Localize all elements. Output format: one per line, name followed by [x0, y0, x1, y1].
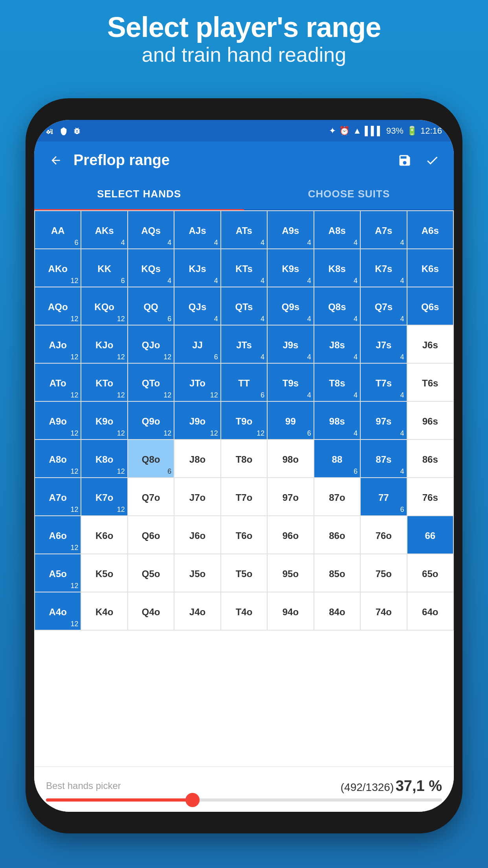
- hand-cell[interactable]: A9s4: [268, 211, 313, 248]
- hand-cell[interactable]: 776: [361, 478, 406, 515]
- hand-cell[interactable]: T8o: [221, 440, 267, 477]
- hand-cell[interactable]: A8o12: [35, 440, 81, 477]
- hand-cell[interactable]: 86s: [407, 440, 453, 477]
- hand-cell[interactable]: K4o: [81, 592, 127, 630]
- hand-cell[interactable]: 98o: [268, 440, 313, 477]
- hand-cell[interactable]: T8s4: [314, 364, 360, 401]
- hand-cell[interactable]: AJs4: [174, 211, 220, 248]
- hand-cell[interactable]: JTo12: [174, 364, 220, 401]
- hand-cell[interactable]: ATs4: [221, 211, 267, 248]
- hand-cell[interactable]: T6s: [407, 364, 453, 401]
- hand-cell[interactable]: K7s4: [361, 249, 406, 287]
- hand-cell[interactable]: TT6: [221, 364, 267, 401]
- hand-cell[interactable]: T9s4: [268, 364, 313, 401]
- hand-cell[interactable]: 85o: [314, 554, 360, 592]
- check-button[interactable]: [422, 151, 442, 170]
- hand-cell[interactable]: KK6: [81, 249, 127, 287]
- hand-cell[interactable]: A5o12: [35, 554, 81, 592]
- hand-cell[interactable]: QTo12: [128, 364, 174, 401]
- hand-cell[interactable]: 74o: [361, 592, 406, 630]
- hand-cell[interactable]: KJs4: [174, 249, 220, 287]
- hand-cell[interactable]: 75o: [361, 554, 406, 592]
- hand-cell[interactable]: 86o: [314, 516, 360, 554]
- hand-cell[interactable]: J8s4: [314, 326, 360, 363]
- hand-cell[interactable]: QTs4: [221, 287, 267, 325]
- hand-cell[interactable]: AJo12: [35, 326, 81, 363]
- hand-cell[interactable]: ATo12: [35, 364, 81, 401]
- hand-cell[interactable]: 76o: [361, 516, 406, 554]
- hand-cell[interactable]: KQo12: [81, 287, 127, 325]
- hand-cell[interactable]: A6s: [407, 211, 453, 248]
- hand-cell[interactable]: JJ6: [174, 326, 220, 363]
- hand-cell[interactable]: AKs4: [81, 211, 127, 248]
- hand-cell[interactable]: K9s4: [268, 249, 313, 287]
- slider-container[interactable]: [46, 798, 442, 802]
- hand-cell[interactable]: A9o12: [35, 402, 81, 439]
- hand-cell[interactable]: QJs4: [174, 287, 220, 325]
- hand-cell[interactable]: A8s4: [314, 211, 360, 248]
- hand-cell[interactable]: T6o: [221, 516, 267, 554]
- hand-cell[interactable]: QQ6: [128, 287, 174, 325]
- hand-cell[interactable]: QJo12: [128, 326, 174, 363]
- hand-cell[interactable]: K9o12: [81, 402, 127, 439]
- hand-cell[interactable]: 886: [314, 440, 360, 477]
- hand-cell[interactable]: Q4o: [128, 592, 174, 630]
- hand-cell[interactable]: J9s4: [268, 326, 313, 363]
- hand-cell[interactable]: A7s4: [361, 211, 406, 248]
- hand-cell[interactable]: T4o: [221, 592, 267, 630]
- tab-choose-suits[interactable]: CHOOSE SUITS: [244, 179, 454, 209]
- hand-cell[interactable]: A6o12: [35, 516, 81, 554]
- hand-cell[interactable]: K7o12: [81, 478, 127, 515]
- hand-cell[interactable]: KQs4: [128, 249, 174, 287]
- hand-cell[interactable]: J4o: [174, 592, 220, 630]
- hand-cell[interactable]: 87o: [314, 478, 360, 515]
- hand-cell[interactable]: AA6: [35, 211, 81, 248]
- hand-cell[interactable]: J7s4: [361, 326, 406, 363]
- hand-cell[interactable]: A7o12: [35, 478, 81, 515]
- hand-cell[interactable]: J5o: [174, 554, 220, 592]
- hand-cell[interactable]: Q8o6: [128, 440, 174, 477]
- hand-cell[interactable]: Q7o: [128, 478, 174, 515]
- hand-cell[interactable]: AKo12: [35, 249, 81, 287]
- hand-cell[interactable]: 97s4: [361, 402, 406, 439]
- hand-cell[interactable]: Q9s4: [268, 287, 313, 325]
- hand-cell[interactable]: T7o: [221, 478, 267, 515]
- hand-cell[interactable]: 98s4: [314, 402, 360, 439]
- hand-cell[interactable]: J9o12: [174, 402, 220, 439]
- hand-cell[interactable]: T9o12: [221, 402, 267, 439]
- hand-cell[interactable]: Q5o: [128, 554, 174, 592]
- hand-cell[interactable]: K8o12: [81, 440, 127, 477]
- hand-cell[interactable]: 97o: [268, 478, 313, 515]
- hand-cell[interactable]: A4o12: [35, 592, 81, 630]
- hand-cell[interactable]: K6s: [407, 249, 453, 287]
- hand-cell[interactable]: Q9o12: [128, 402, 174, 439]
- hand-cell[interactable]: J8o: [174, 440, 220, 477]
- hand-cell[interactable]: KTo12: [81, 364, 127, 401]
- hand-cell[interactable]: 996: [268, 402, 313, 439]
- hand-cell[interactable]: 84o: [314, 592, 360, 630]
- hand-cell[interactable]: 87s4: [361, 440, 406, 477]
- tab-select-hands[interactable]: SELECT HANDS: [34, 179, 244, 209]
- hand-cell[interactable]: J6o: [174, 516, 220, 554]
- hand-cell[interactable]: 76s: [407, 478, 453, 515]
- hand-cell[interactable]: 66: [407, 516, 453, 554]
- hand-cell[interactable]: KTs4: [221, 249, 267, 287]
- hand-cell[interactable]: 65o: [407, 554, 453, 592]
- slider-thumb[interactable]: [185, 793, 200, 807]
- hand-cell[interactable]: Q6o: [128, 516, 174, 554]
- hand-cell[interactable]: Q7s4: [361, 287, 406, 325]
- hand-cell[interactable]: Q6s: [407, 287, 453, 325]
- hand-cell[interactable]: J7o: [174, 478, 220, 515]
- hand-cell[interactable]: K6o: [81, 516, 127, 554]
- hand-cell[interactable]: T7s4: [361, 364, 406, 401]
- hand-cell[interactable]: 95o: [268, 554, 313, 592]
- hand-cell[interactable]: Q8s4: [314, 287, 360, 325]
- hand-cell[interactable]: 96s: [407, 402, 453, 439]
- hand-cell[interactable]: T5o: [221, 554, 267, 592]
- hand-cell[interactable]: KJo12: [81, 326, 127, 363]
- hand-cell[interactable]: K8s4: [314, 249, 360, 287]
- hand-cell[interactable]: J6s: [407, 326, 453, 363]
- hand-cell[interactable]: AQs4: [128, 211, 174, 248]
- hand-cell[interactable]: JTs4: [221, 326, 267, 363]
- hand-cell[interactable]: AQo12: [35, 287, 81, 325]
